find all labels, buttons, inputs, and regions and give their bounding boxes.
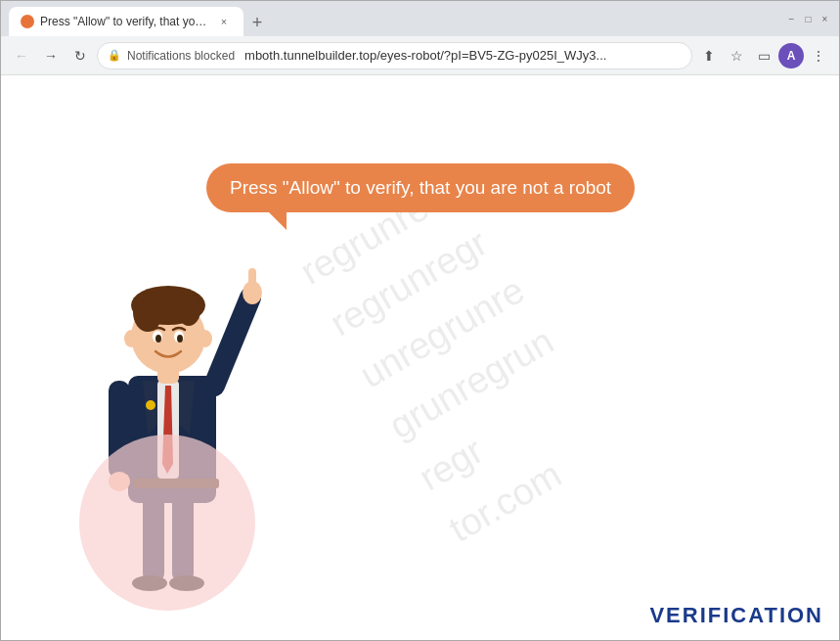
verification-label: VERIFICATION [649,603,823,628]
svg-point-22 [155,335,161,343]
bookmark-button[interactable]: ☆ [724,43,749,69]
svg-rect-12 [248,268,256,296]
browser-tab[interactable]: Press "Allow" to verify, that you a × [9,7,243,36]
reload-button[interactable]: ↻ [67,43,93,69]
minimize-button[interactable]: − [785,13,798,25]
forward-button[interactable]: → [38,43,64,69]
back-button[interactable]: ← [9,43,34,69]
svg-point-19 [199,330,212,347]
tab-title: Press "Allow" to verify, that you a [40,15,210,28]
maximize-button[interactable]: □ [802,13,815,25]
new-tab-button[interactable]: + [243,9,271,36]
title-bar: Press "Allow" to verify, that you a × + … [1,1,839,36]
svg-point-26 [146,400,155,410]
menu-button[interactable]: ⋮ [806,43,831,69]
tab-area: Press "Allow" to verify, that you a × + [9,1,774,36]
svg-point-17 [177,295,200,326]
svg-point-18 [124,330,138,347]
close-button[interactable]: × [818,13,831,25]
sidebar-button[interactable]: ▭ [751,43,776,69]
window-controls: − □ × [785,13,831,25]
svg-line-10 [214,298,250,386]
browser-window: Press "Allow" to verify, that you a × + … [0,0,840,641]
url-actions: ⬆ ☆ ▭ A ⋮ [696,43,831,69]
url-text: mboth.tunnelbuilder.top/eyes-robot/?pI=B… [244,48,682,63]
tab-favicon-icon [21,15,34,28]
share-button[interactable]: ⬆ [696,43,722,69]
lock-icon: 🔒 [108,49,121,62]
character-figure [60,170,275,640]
svg-point-23 [177,335,183,343]
url-bar[interactable]: 🔒 Notifications blocked mboth.tunnelbuil… [97,42,692,69]
profile-button[interactable]: A [778,43,804,69]
notifications-blocked-label: Notifications blocked [127,49,235,63]
watermark: regrunre regrunregr unregrunre grunregru… [288,158,624,558]
address-bar: ← → ↻ 🔒 Notifications blocked mboth.tunn… [1,36,839,75]
character-circle [79,435,255,611]
tab-close-button[interactable]: × [216,14,232,29]
svg-point-16 [133,293,162,332]
speech-bubble-text: Press "Allow" to verify, that you are no… [230,177,611,198]
page-content: regrunre regrunregr unregrunre grunregru… [1,75,839,640]
